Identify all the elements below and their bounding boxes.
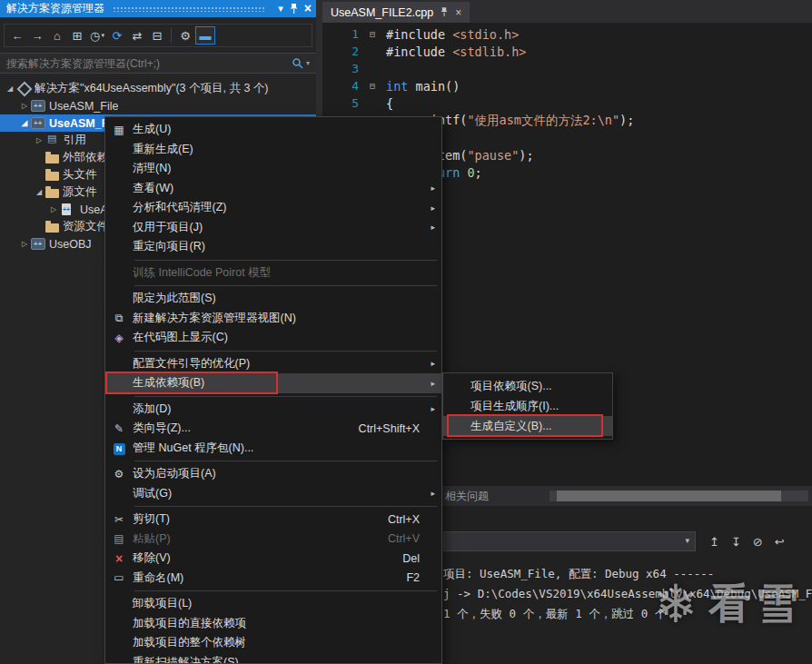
solution-explorer-titlebar[interactable]: 解决方案资源管理器 ▾ × — [0, 0, 316, 17]
menu-item-new-explorer-view[interactable]: ⧉新建解决方案资源管理器视图(N) — [105, 309, 441, 329]
menu-item-label: 生成自定义(B)... — [470, 419, 609, 434]
tree-item-solution[interactable]: ◢解决方案"x64UseAssembly"(3 个项目, 共 3 个) — [0, 80, 316, 97]
fold-marker-icon[interactable]: ⊟ — [370, 29, 386, 39]
code-line: 5{ — [322, 94, 812, 112]
menu-item-label: 项目依赖项(S)... — [470, 379, 609, 394]
menu-item-load-entire-dependency-tree[interactable]: 加载项目的整个依赖树 — [105, 633, 441, 653]
tab-useasm-file2-cpp[interactable]: UseASM_FILE2.cpp × — [322, 2, 470, 23]
jump-to-previous-message-icon[interactable]: ↥ — [709, 535, 719, 549]
menu-item-label: 重定向项目(R) — [133, 239, 438, 254]
collapse-all-icon[interactable]: ⊟ — [147, 26, 167, 45]
watermark-text: 看雪 — [708, 576, 803, 632]
menu-item-label: 设为启动项目(A) — [133, 466, 438, 481]
menu-item-show-on-code-map[interactable]: ◈在代码图上显示(C) — [105, 328, 441, 348]
code-map-icon: ◈ — [105, 332, 133, 344]
expand-arrow-icon[interactable]: ▷ — [18, 240, 31, 248]
menu-item-label: 管理 NuGet 程序包(N)... — [133, 441, 438, 456]
menu-item-rebuild[interactable]: 重新生成(E) — [105, 140, 441, 160]
menu-item-build-customizations[interactable]: 生成自定义(B)... — [443, 416, 612, 436]
menu-item-paste[interactable]: ▤粘贴(P)Ctrl+V — [105, 530, 441, 550]
collapse-arrow-icon[interactable]: ◢ — [18, 119, 31, 127]
forward-icon[interactable]: → — [27, 26, 47, 45]
folder-icon — [45, 223, 59, 233]
menu-item-label: 查看(W) — [133, 181, 422, 196]
switch-views-icon[interactable]: ⊞ — [67, 26, 87, 45]
menu-item-add[interactable]: 添加(D)▸ — [105, 400, 441, 420]
menu-separator — [134, 590, 437, 591]
editor-tab-bar: UseASM_FILE2.cpp × — [322, 0, 812, 23]
search-options-caret-icon[interactable]: ▾ — [306, 59, 310, 67]
menu-item-label: 生成(U) — [133, 122, 438, 137]
sync-with-active-document-icon[interactable]: ⟳ — [107, 26, 127, 45]
scrollbar-thumb[interactable] — [557, 491, 781, 501]
pin-icon[interactable] — [290, 4, 298, 15]
back-icon[interactable]: ← — [7, 26, 27, 45]
menu-item-retarget[interactable]: 重定向项目(R) — [105, 237, 441, 257]
menu-item-clean[interactable]: 清理(N) — [105, 159, 441, 179]
window-position-chevron-icon[interactable]: ▾ — [278, 0, 283, 17]
expand-arrow-icon[interactable]: ▷ — [18, 102, 31, 110]
paste-icon: ▤ — [105, 532, 133, 545]
build-icon: ▦ — [105, 124, 133, 136]
tree-item-label: 资源文件 — [63, 219, 108, 234]
menu-item-project-dependencies[interactable]: 项目依赖项(S)... — [443, 376, 612, 396]
menu-item-label: 调试(G) — [133, 486, 422, 501]
tab-close-icon[interactable]: × — [455, 6, 461, 19]
toggle-word-wrap-icon[interactable]: ↩ — [775, 535, 785, 549]
menu-item-cut[interactable]: ✂剪切(T)Ctrl+X — [105, 510, 441, 530]
menu-item-label: 剪切(T) — [133, 511, 388, 527]
search-icon[interactable] — [292, 57, 303, 69]
code-line: 2#include <stdlib.h> — [322, 43, 812, 60]
refresh-icon[interactable]: ⇄ — [127, 26, 147, 45]
menu-item-pgo[interactable]: 配置文件引导的优化(P)▸ — [105, 354, 441, 374]
tab-pin-icon[interactable] — [441, 7, 448, 17]
menu-item-label: 清理(N) — [133, 161, 438, 176]
menu-item-label: 训练 IntelliCode Poirot 模型 — [133, 265, 438, 281]
collapse-arrow-icon[interactable]: ◢ — [4, 84, 16, 93]
jump-to-next-message-icon[interactable]: ↧ — [731, 535, 741, 549]
menu-separator — [134, 260, 437, 261]
menu-item-project-build-order[interactable]: 项目生成顺序(I)... — [443, 396, 612, 416]
close-icon[interactable]: × — [304, 0, 312, 17]
expand-arrow-icon[interactable]: ▷ — [33, 136, 45, 144]
menu-item-rescan-solution[interactable]: 重新扫描解决方案(S) — [105, 653, 441, 664]
search-input[interactable] — [6, 57, 289, 70]
menu-item-analyze[interactable]: 分析和代码清理(Z)▸ — [105, 198, 441, 218]
preview-selected-items-icon[interactable]: ▬ — [195, 26, 215, 45]
clear-all-icon[interactable]: ⊘ — [753, 535, 763, 549]
menu-separator — [134, 506, 437, 507]
code-text: int main() — [386, 79, 460, 94]
home-icon[interactable]: ⌂ — [47, 26, 67, 45]
menu-item-scope-to-this[interactable]: 限定为此范围(S) — [105, 289, 441, 309]
project-context-menu: ▦生成(U)重新生成(E)清理(N)查看(W)▸分析和代码清理(Z)▸仅用于项目… — [104, 116, 442, 664]
properties-icon[interactable]: ⚙ — [175, 26, 195, 45]
collapse-arrow-icon[interactable]: ◢ — [33, 188, 45, 196]
references-icon — [45, 134, 60, 146]
menu-item-label: 新建解决方案资源管理器视图(N) — [133, 311, 438, 326]
tab-label: UseASM_FILE2.cpp — [331, 6, 433, 19]
horizontal-scrollbar[interactable] — [550, 491, 808, 501]
menu-item-manage-nuget[interactable]: N管理 NuGet 程序包(N)... — [105, 439, 441, 459]
tree-item-useasm-file[interactable]: ▷UseASM_File — [0, 97, 316, 114]
menu-separator — [134, 351, 437, 352]
expand-arrow-icon[interactable]: ▷ — [47, 205, 60, 213]
output-source-dropdown[interactable]: ▾ — [443, 531, 696, 551]
menu-item-build[interactable]: ▦生成(U) — [105, 120, 441, 140]
menu-item-debug[interactable]: 调试(G)▸ — [105, 484, 441, 504]
menu-item-load-direct-dependencies[interactable]: 加载项目的直接依赖项 — [105, 614, 441, 634]
menu-item-rename[interactable]: ▭重命名(M)F2 — [105, 569, 441, 589]
fold-marker-icon[interactable]: ⊟ — [370, 81, 386, 91]
menu-item-train-intellicode[interactable]: 训练 IntelliCode Poirot 模型 — [105, 263, 441, 283]
menu-item-build-dependencies[interactable]: 生成依赖项(B)▸ — [105, 373, 441, 393]
submenu-arrow-icon: ▸ — [422, 379, 435, 388]
menu-item-class-wizard[interactable]: ✎类向导(Z)...Ctrl+Shift+X — [105, 419, 441, 439]
menu-item-unload-project[interactable]: 卸载项目(L) — [105, 594, 441, 614]
menu-separator — [134, 396, 437, 397]
menu-item-set-startup-project[interactable]: ⚙设为启动项目(A) — [105, 464, 441, 484]
cpp-file-icon — [62, 203, 71, 215]
pending-changes-filter-icon[interactable]: ◷▾ — [87, 26, 107, 45]
menu-item-view[interactable]: 查看(W)▸ — [105, 179, 441, 199]
menu-item-project-only[interactable]: 仅用于项目(J)▸ — [105, 218, 441, 238]
line-number: 2 — [322, 45, 370, 58]
menu-item-remove[interactable]: ×移除(V)Del — [105, 549, 441, 569]
